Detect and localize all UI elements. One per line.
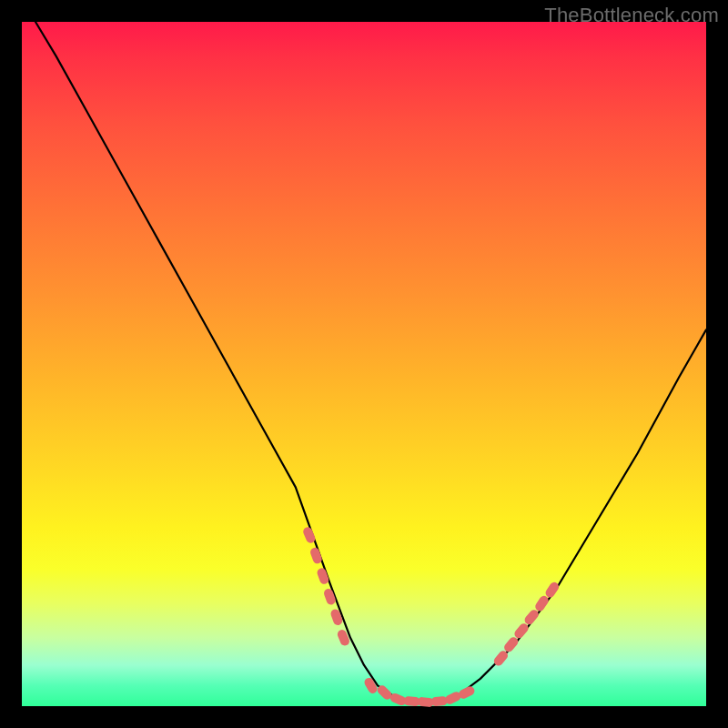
marker-dash (533, 594, 550, 613)
marker-dash (512, 622, 530, 640)
bottleneck-curve (35, 22, 706, 703)
marker-dash (523, 608, 541, 626)
chart-frame (22, 22, 706, 706)
watermark-text: TheBottleneck.com (544, 4, 719, 27)
dotted-segments (302, 526, 561, 708)
marker-dash (430, 696, 448, 707)
marker-dash (502, 635, 520, 653)
marker-dash (544, 581, 561, 600)
plot-svg (22, 22, 706, 706)
marker-dash (363, 676, 379, 695)
